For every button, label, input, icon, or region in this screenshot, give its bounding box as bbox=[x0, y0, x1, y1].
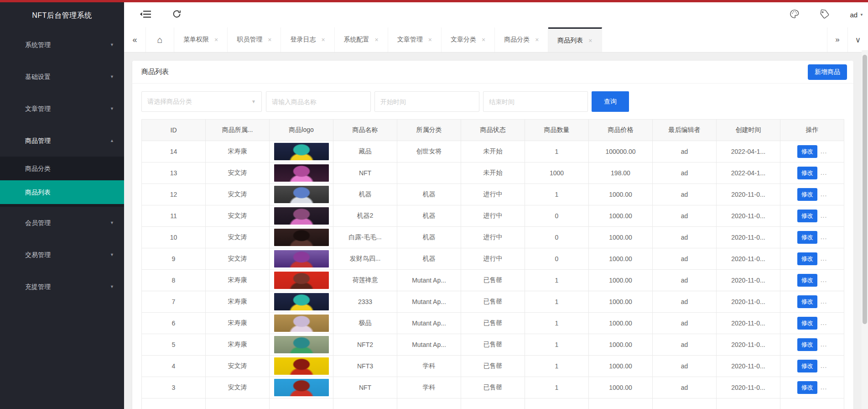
edit-button[interactable]: 修改 bbox=[797, 317, 817, 330]
more-actions-button[interactable]: ... bbox=[821, 255, 827, 262]
cell-name: 2333 bbox=[333, 291, 397, 313]
close-icon[interactable]: × bbox=[535, 36, 539, 43]
sidebar-menu-item[interactable]: 充提管理 ▼ bbox=[0, 271, 124, 303]
edit-button[interactable]: 修改 bbox=[797, 145, 817, 158]
tab[interactable]: 商品分类 × bbox=[495, 27, 548, 52]
product-logo-image[interactable] bbox=[274, 357, 329, 375]
cell-name: NFT bbox=[333, 377, 397, 399]
more-actions-button[interactable]: ... bbox=[821, 147, 827, 155]
edit-button[interactable]: 修改 bbox=[797, 381, 817, 394]
close-icon[interactable]: × bbox=[321, 36, 325, 43]
search-button[interactable]: 查询 bbox=[592, 91, 629, 112]
tab[interactable]: 菜单权限 × bbox=[174, 27, 228, 52]
product-name-input[interactable] bbox=[266, 91, 371, 112]
close-icon[interactable]: × bbox=[214, 36, 218, 43]
edit-button[interactable]: 修改 bbox=[797, 188, 817, 201]
tab-label: 系统配置 bbox=[344, 36, 369, 44]
product-logo-image[interactable] bbox=[274, 379, 329, 396]
tab[interactable]: 登录日志 × bbox=[281, 27, 334, 52]
sidebar-menu-item[interactable]: 会员管理 ▼ bbox=[0, 207, 124, 239]
cell-id: 4 bbox=[142, 356, 206, 377]
more-actions-button[interactable]: ... bbox=[821, 362, 827, 369]
start-time-input[interactable] bbox=[374, 91, 479, 112]
more-actions-button[interactable]: ... bbox=[821, 233, 827, 241]
home-tab[interactable]: ⌂ bbox=[146, 27, 174, 52]
cell-owner: 宋寿康 bbox=[206, 334, 270, 356]
tabs-scroll-right-button[interactable]: » bbox=[827, 27, 847, 52]
column-header: 操作 bbox=[780, 120, 844, 141]
cell-status: 已售罄 bbox=[461, 334, 525, 356]
more-actions-button[interactable]: ... bbox=[821, 190, 827, 198]
edit-button[interactable]: 修改 bbox=[797, 360, 817, 372]
close-icon[interactable]: × bbox=[268, 36, 271, 43]
sidebar-menu-item[interactable]: 商品管理 ▲ bbox=[0, 125, 124, 157]
user-menu[interactable]: ad ▼ bbox=[850, 11, 863, 19]
cell-quantity: 0 bbox=[525, 248, 589, 270]
edit-button[interactable]: 修改 bbox=[797, 252, 817, 265]
category-select[interactable]: 请选择商品分类 ▼ bbox=[141, 91, 262, 112]
theme-palette-icon[interactable] bbox=[789, 9, 800, 21]
close-icon[interactable]: × bbox=[588, 37, 592, 44]
cell-editor: ad bbox=[653, 313, 717, 334]
cell-actions: 修改... bbox=[780, 313, 844, 334]
refresh-button[interactable] bbox=[167, 2, 186, 27]
product-logo-image[interactable] bbox=[274, 315, 329, 332]
sidebar-menu-item[interactable]: 系统管理 ▼ bbox=[0, 29, 124, 61]
cell-category: 学科 bbox=[397, 377, 461, 399]
close-icon[interactable]: × bbox=[375, 36, 379, 43]
scrollbar-thumb[interactable] bbox=[863, 55, 867, 324]
sidebar-submenu-item[interactable]: 商品列表 bbox=[0, 180, 124, 204]
edit-button[interactable]: 修改 bbox=[797, 295, 817, 308]
tab[interactable]: 文章管理 × bbox=[388, 27, 442, 52]
cell-price: 198.00 bbox=[589, 163, 653, 184]
product-logo-image[interactable] bbox=[274, 272, 329, 289]
more-actions-button[interactable]: ... bbox=[821, 276, 827, 283]
cell-id: 5 bbox=[142, 334, 206, 356]
more-actions-button[interactable]: ... bbox=[821, 319, 827, 326]
product-logo-image[interactable] bbox=[274, 143, 329, 160]
cell-created: 2020-11-0... bbox=[717, 270, 780, 291]
sidebar-menu-item[interactable]: 交易管理 ▼ bbox=[0, 239, 124, 271]
edit-button[interactable]: 修改 bbox=[797, 274, 817, 287]
cell-logo bbox=[270, 248, 333, 270]
tab[interactable]: 职员管理 × bbox=[228, 27, 281, 52]
end-time-input[interactable] bbox=[483, 91, 588, 112]
more-actions-button[interactable]: ... bbox=[821, 298, 827, 305]
tag-icon[interactable] bbox=[820, 9, 830, 21]
more-actions-button[interactable]: ... bbox=[821, 341, 827, 348]
content-area: 商品列表 新增商品 请选择商品分类 ▼ 查询 ID商品所属...商品logo商品… bbox=[124, 52, 862, 409]
more-actions-button[interactable]: ... bbox=[821, 383, 827, 391]
sidebar-menu-item[interactable]: 文章管理 ▼ bbox=[0, 93, 124, 125]
edit-button[interactable]: 修改 bbox=[797, 338, 817, 351]
product-logo-image[interactable] bbox=[274, 229, 329, 246]
table-row: 11 安文涛 机器2 机器 进行中 0 1000.00 ad 2020-11-0… bbox=[142, 205, 844, 227]
tab[interactable]: 系统配置 × bbox=[335, 27, 388, 52]
product-logo-image[interactable] bbox=[274, 250, 329, 267]
sidebar-submenu-item[interactable]: 商品分类 bbox=[0, 157, 124, 180]
product-logo-image[interactable] bbox=[274, 293, 329, 310]
more-actions-button[interactable]: ... bbox=[821, 169, 827, 176]
tabs-menu-button[interactable]: ∨ bbox=[847, 27, 868, 52]
tab[interactable]: 文章分类 × bbox=[442, 27, 495, 52]
more-actions-button[interactable]: ... bbox=[821, 212, 827, 219]
sidebar-collapse-button[interactable] bbox=[134, 2, 157, 27]
tab[interactable]: 商品列表 × bbox=[548, 27, 602, 52]
add-product-button[interactable]: 新增商品 bbox=[808, 64, 847, 80]
close-icon[interactable]: × bbox=[428, 36, 432, 43]
sidebar-subitem-label: 商品列表 bbox=[25, 189, 51, 196]
cell-created: 2020-11-0... bbox=[717, 334, 780, 356]
product-logo-image[interactable] bbox=[274, 336, 329, 353]
product-logo-image[interactable] bbox=[274, 186, 329, 203]
table-row: 14 宋寿康 藏品 创世女将 未开始 1 100000.00 ad 2022-0… bbox=[142, 141, 844, 163]
tabs-scroll-left-button[interactable]: « bbox=[124, 27, 146, 52]
cell-category: 机器 bbox=[397, 227, 461, 248]
product-logo-image[interactable] bbox=[274, 207, 329, 225]
sidebar-menu-item[interactable]: 基础设置 ▼ bbox=[0, 61, 124, 93]
edit-button[interactable]: 修改 bbox=[797, 231, 817, 244]
product-logo-image[interactable] bbox=[274, 164, 329, 182]
edit-button[interactable]: 修改 bbox=[797, 167, 817, 179]
close-icon[interactable]: × bbox=[482, 36, 485, 43]
column-header: 商品价格 bbox=[589, 120, 653, 141]
edit-button[interactable]: 修改 bbox=[797, 210, 817, 222]
cell-actions: 修改... bbox=[780, 356, 844, 377]
